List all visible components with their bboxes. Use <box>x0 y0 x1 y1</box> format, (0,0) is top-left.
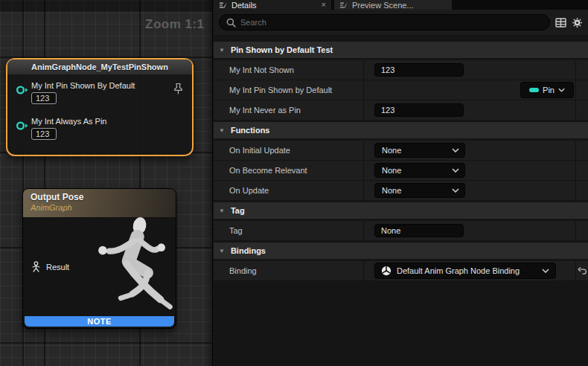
chevron-down-icon <box>542 269 549 273</box>
unpin-thumbtack-icon[interactable] <box>173 83 184 95</box>
property-label: Tag <box>229 226 243 235</box>
tab-preview-scene[interactable]: Preview Scene... <box>334 0 452 10</box>
function-dropdown[interactable]: None <box>374 143 465 158</box>
tab-details-label: Details <box>231 1 257 10</box>
int-value-input[interactable] <box>374 103 464 117</box>
property-value-cell: Default Anim Graph Node Binding <box>364 261 575 280</box>
tag-value-input[interactable] <box>374 224 464 237</box>
category-expand-arrow-icon[interactable]: ▼ <box>219 248 225 254</box>
property-name-cell: Tag <box>214 221 364 240</box>
pin-label: My Int Pin Shown By Default <box>31 81 135 90</box>
reset-to-default-cell <box>575 141 588 160</box>
category-pin-shown-by-default-test[interactable]: ▼ Pin Shown by Default Test <box>214 42 588 58</box>
reset-to-default-cell <box>575 181 588 200</box>
property-name-cell: On Become Relevant <box>214 161 364 180</box>
property-label: My Int Not Shown <box>229 65 294 74</box>
int-pin-icon[interactable] <box>16 85 28 95</box>
reset-to-default-cell <box>575 80 588 100</box>
property-name-cell: On Initial Update <box>214 141 364 160</box>
pin-value-input[interactable]: 123 <box>31 92 57 104</box>
property-row-tag: Tag <box>214 221 588 241</box>
property-label: My Int Never as Pin <box>229 106 301 115</box>
property-label: On Become Relevant <box>229 166 307 175</box>
category-expand-arrow-icon[interactable]: ▼ <box>219 208 225 214</box>
tab-details[interactable]: Details × <box>214 0 331 10</box>
output-node-title: Output Pose <box>31 192 176 202</box>
reset-to-default-cell <box>575 161 588 180</box>
settings-button[interactable] <box>572 17 583 28</box>
pin-row-always-as-pin: My Int Always As Pin 123 <box>16 117 106 140</box>
chevron-down-icon <box>452 168 459 173</box>
graph-right-shade <box>205 0 212 366</box>
int-value-input[interactable] <box>374 63 464 77</box>
reset-to-default-cell <box>575 261 588 280</box>
category-tag[interactable]: ▼ Tag <box>214 202 588 219</box>
reset-to-default-cell <box>575 60 588 80</box>
pose-pin-person-icon[interactable] <box>31 261 42 273</box>
pin-label: My Int Always As Pin <box>31 117 106 126</box>
category-functions[interactable]: ▼ Functions <box>214 122 588 138</box>
reset-to-default-cell <box>575 221 588 240</box>
property-name-cell: My Int Never as Pin <box>214 100 364 120</box>
category-expand-arrow-icon[interactable]: ▼ <box>219 127 225 134</box>
pin-visibility-dropdown[interactable]: Pin <box>520 82 574 98</box>
int-pin-icon[interactable] <box>16 121 28 131</box>
search-input[interactable] <box>240 18 543 27</box>
pin-value-input[interactable]: 123 <box>31 128 57 140</box>
chevron-down-icon <box>452 148 459 152</box>
category-bindings[interactable]: ▼ Bindings <box>214 243 588 259</box>
property-row-my-int-pin-shown-by-default: My Int Pin Shown by Default Pin <box>214 80 588 100</box>
function-dropdown[interactable]: None <box>374 163 465 178</box>
property-row-on-update: On Update None <box>214 181 588 201</box>
function-dropdown[interactable]: None <box>374 183 465 198</box>
details-tab-icon <box>219 1 228 9</box>
preview-scene-tab-icon <box>339 1 348 9</box>
binding-icon <box>381 266 392 276</box>
binding-dropdown[interactable]: Default Anim Graph Node Binding <box>374 263 556 279</box>
output-pose-node[interactable]: Output Pose AnimGraph <box>22 188 176 329</box>
category-title: Bindings <box>231 246 266 255</box>
property-label: Binding <box>229 266 257 275</box>
details-toolbar <box>214 10 588 35</box>
tab-close-icon[interactable]: × <box>322 1 326 9</box>
node-title-bar[interactable]: AnimGraphNode_MyTestPinShown <box>7 60 192 75</box>
property-label: On Initial Update <box>229 146 290 155</box>
property-row-binding: Binding Default Anim Graph Node Binding <box>214 261 588 281</box>
chevron-down-icon <box>452 188 459 193</box>
gear-icon <box>572 17 583 28</box>
property-value-cell: None <box>364 181 575 200</box>
note-banner[interactable]: NOTE <box>25 316 174 327</box>
property-value-cell: Pin <box>364 80 575 100</box>
chevron-down-icon <box>558 88 565 92</box>
property-label: My Int Pin Shown by Default <box>229 86 332 94</box>
panel-tab-bar: Details × Preview Scene... <box>214 0 588 10</box>
search-box[interactable] <box>219 14 550 30</box>
search-icon <box>226 18 236 28</box>
pin-dropdown-label: Pin <box>543 86 555 94</box>
display-filter-button[interactable] <box>555 18 566 28</box>
property-value-cell <box>364 100 575 120</box>
anim-graph-canvas[interactable]: Zoom 1:1 AnimGraphNode_MyTestPinShown My… <box>0 0 213 366</box>
property-row-my-int-never-as-pin: My Int Never as Pin <box>214 100 588 121</box>
output-node-subtitle: AnimGraph <box>31 203 176 212</box>
property-name-cell: Binding <box>214 261 364 280</box>
property-name-cell: On Update <box>214 181 364 200</box>
tab-preview-scene-label: Preview Scene... <box>352 1 414 10</box>
category-expand-arrow-icon[interactable]: ▼ <box>219 47 225 54</box>
category-title: Tag <box>231 206 245 215</box>
running-mannequin-illustration <box>79 215 176 316</box>
category-title: Pin Shown by Default Test <box>231 45 333 54</box>
property-name-cell: My Int Not Shown <box>214 60 364 80</box>
binding-selected-value: Default Anim Graph Node Binding <box>397 266 537 275</box>
zoom-level-indicator: Zoom 1:1 <box>145 17 205 32</box>
anim-graph-node[interactable]: AnimGraphNode_MyTestPinShown My Int Pin … <box>6 58 194 156</box>
result-pin-row[interactable]: Result <box>31 261 69 273</box>
output-node-title-bar[interactable]: Output Pose AnimGraph <box>23 189 176 218</box>
property-value-cell: None <box>364 161 575 180</box>
property-value-cell <box>364 221 575 240</box>
property-value-cell: None <box>364 141 575 160</box>
property-label: On Update <box>229 186 269 195</box>
graph-top-shade <box>0 0 212 12</box>
reset-to-default-icon[interactable] <box>578 266 587 275</box>
property-value-cell <box>364 60 575 80</box>
